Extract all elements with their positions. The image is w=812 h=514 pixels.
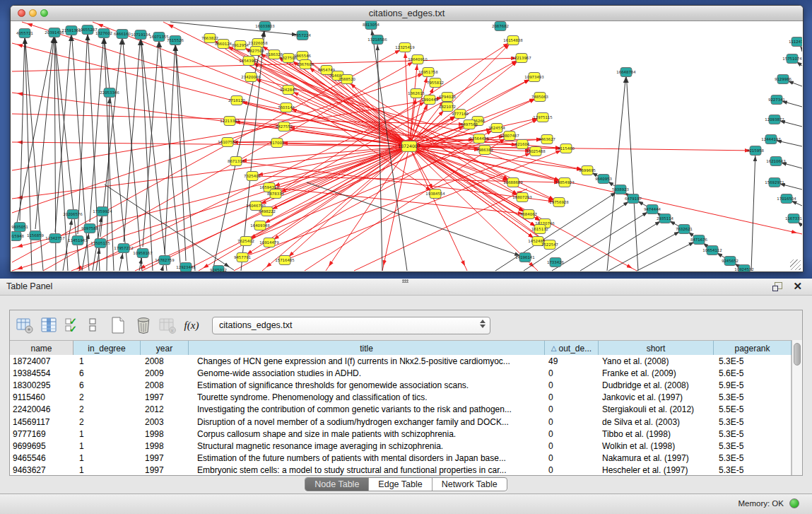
delete-column-icon[interactable]: x [158, 316, 177, 334]
graph-node[interactable]: 1990448 [421, 95, 439, 105]
graph-node[interactable]: 9457791 [234, 253, 251, 262]
graph-node[interactable]: 9242845 [280, 86, 297, 95]
row-height-icon[interactable] [88, 316, 99, 334]
graph-node[interactable]: 9699695 [579, 166, 596, 175]
graph-node[interactable]: 9227341 [768, 95, 785, 105]
tab-edge-table[interactable]: Edge Table [368, 478, 431, 491]
graph-node[interactable]: 16648784 [616, 68, 636, 77]
graph-node[interactable]: 11451943 [68, 236, 87, 245]
graph-node[interactable]: 4055721 [16, 29, 33, 38]
table-row[interactable]: 977716911998Corpus callosum shape and si… [10, 428, 791, 440]
graph-node[interactable]: 1821072 [439, 103, 456, 112]
float-panel-icon[interactable] [772, 282, 782, 291]
graph-node[interactable]: 15751074 [782, 54, 802, 64]
graph-node[interactable]: 17359924 [93, 207, 112, 216]
graph-node[interactable]: 16033803 [255, 22, 274, 31]
graph-node[interactable]: 8215958 [747, 146, 765, 156]
graph-node[interactable]: 1156859 [27, 231, 45, 240]
table-row[interactable]: 946554611997Estimation of the future num… [10, 452, 791, 465]
graph-node[interactable]: 7857224 [294, 31, 312, 40]
graph-node[interactable]: 10958167 [133, 249, 152, 258]
graph-node[interactable]: 8912954 [232, 41, 249, 50]
graph-node[interactable]: 9245012 [210, 266, 227, 272]
network-canvas[interactable]: 4055721203914362159136110655287132760264… [11, 21, 802, 271]
graph-node[interactable]: 12213967 [512, 54, 531, 63]
resize-grip-icon[interactable] [790, 259, 801, 270]
graph-node[interactable]: 9097588 [81, 224, 99, 233]
graph-node[interactable]: 20206576 [63, 210, 83, 219]
graph-node[interactable]: 16543982 [239, 57, 258, 66]
splitter-handle-icon[interactable] [402, 279, 408, 283]
graph-node[interactable]: 17957272 [114, 244, 133, 253]
graph-node[interactable]: 7955812 [427, 78, 444, 88]
table-row[interactable]: 946362711997Embryonic stem cells: a mode… [10, 465, 791, 475]
select-mode-icon[interactable]: ✓✓ [64, 316, 82, 334]
graph-node[interactable]: 8427552 [276, 122, 293, 132]
table-row[interactable]: 1872400712008Changes of HCN gene express… [10, 355, 791, 367]
column-header-year[interactable]: year [141, 341, 189, 356]
graph-node[interactable]: 12213383 [220, 117, 239, 126]
graph-node[interactable]: 9640953 [595, 175, 612, 184]
graph-node[interactable]: 1615132 [531, 225, 548, 234]
graph-node[interactable]: 18640910 [408, 55, 428, 64]
graph-node[interactable]: 6479197 [625, 194, 642, 204]
graph-node[interactable]: 9115460 [558, 144, 575, 153]
tab-network-table[interactable]: Network Table [432, 478, 507, 491]
graph-node[interactable]: 1112478 [789, 37, 802, 47]
graph-node[interactable]: 9245652 [722, 257, 739, 266]
column-header-title[interactable]: title [189, 341, 545, 356]
graph-node[interactable]: 7485063 [531, 93, 548, 102]
graph-node[interactable]: 16210643 [766, 157, 785, 166]
graph-node[interactable]: 317003 [270, 139, 285, 148]
graph-node[interactable]: 7603144 [278, 103, 295, 112]
new-table-icon[interactable] [109, 316, 127, 334]
graph-node[interactable]: 10807487 [500, 132, 519, 141]
graph-node[interactable]: 2718120 [228, 96, 246, 105]
graph-node[interactable]: 2087682 [492, 22, 509, 31]
graph-node[interactable]: 9827503 [247, 47, 264, 56]
network-window-titlebar[interactable]: citations_edges.txt [11, 6, 803, 21]
close-panel-icon[interactable]: ✕ [793, 280, 802, 293]
graph-node[interactable]: 10654112 [702, 246, 722, 255]
graph-node[interactable]: 7632621 [676, 225, 693, 234]
citation-network-graph[interactable]: 4055721203914362159136110655287132760264… [11, 21, 802, 271]
table-settings-icon[interactable] [16, 316, 34, 334]
graph-node[interactable]: 6794028 [439, 93, 457, 102]
graph-node[interactable]: 2367608 [297, 60, 314, 69]
graph-node[interactable]: 9463627 [539, 135, 555, 144]
graph-node[interactable]: 1362615 [408, 89, 425, 98]
graph-node[interactable]: 12093872 [765, 115, 784, 124]
graph-node[interactable]: 16951758 [418, 68, 438, 77]
graph-node[interactable]: 12325419 [395, 43, 415, 52]
column-settings-icon[interactable] [40, 316, 58, 334]
graph-node[interactable]: 16107552 [218, 138, 237, 147]
graph-node[interactable]: 9129986 [775, 75, 792, 84]
column-header-in_degree[interactable]: in_degree [73, 341, 141, 356]
graph-node[interactable]: 9835051 [11, 223, 28, 232]
graph-node[interactable]: 4498222 [259, 207, 276, 216]
column-header-pagerank[interactable]: pagerank [714, 341, 792, 356]
graph-node[interactable]: 19384554 [425, 189, 445, 199]
graph-node[interactable]: 14196141 [515, 253, 534, 262]
graph-node[interactable]: 22053346 [100, 88, 119, 98]
table-row[interactable]: 1456911722003Disruption of a novel membe… [10, 416, 791, 428]
graph-node[interactable]: 16782759 [155, 256, 175, 265]
table-row[interactable]: 911546021997Tourette syndrome. Phenomeno… [10, 392, 791, 404]
table-row[interactable]: 969969511998Structural magnetic resonanc… [10, 440, 791, 452]
graph-node[interactable]: 1167331 [785, 214, 802, 223]
delete-table-icon[interactable] [134, 316, 153, 334]
graph-node[interactable]: 3624554 [488, 124, 506, 133]
column-header-short[interactable]: short [599, 341, 714, 356]
graph-node[interactable]: 8878334 [267, 189, 285, 199]
graph-node[interactable]: 10924532 [734, 265, 753, 272]
graph-node[interactable]: 10655287 [78, 25, 97, 35]
graph-node[interactable]: 8471676 [690, 235, 708, 245]
tab-node-table[interactable]: Node Table [305, 478, 368, 491]
graph-node[interactable]: 13218586 [367, 35, 387, 45]
graph-node[interactable]: 16914479 [259, 238, 279, 247]
graph-node[interactable]: 9684067 [520, 210, 537, 219]
graph-node[interactable]: 1733426 [547, 258, 565, 267]
graph-node[interactable]: 5938923 [612, 185, 629, 194]
graph-node[interactable]: 2522547 [541, 240, 558, 250]
table-row[interactable]: 1830029562008Estimation of significance … [10, 379, 791, 391]
